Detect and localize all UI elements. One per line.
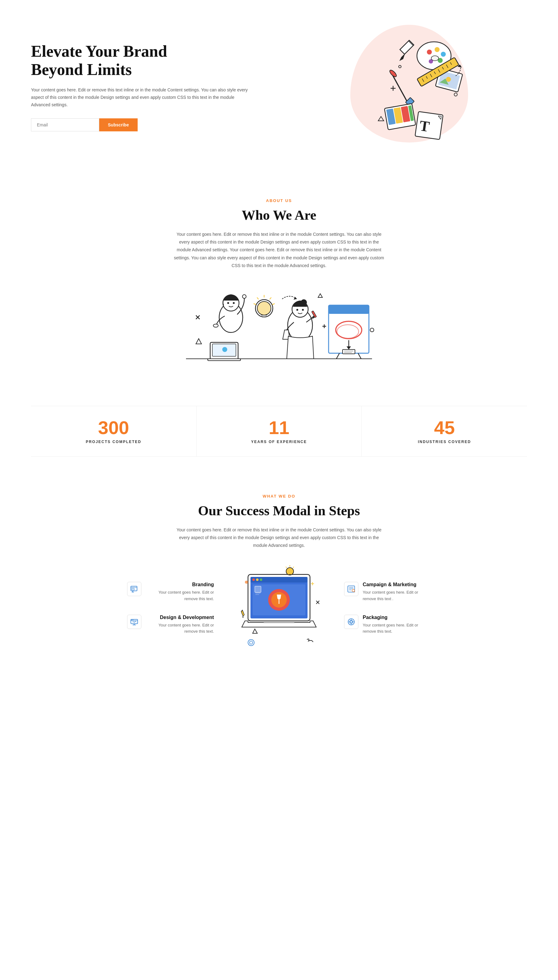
svg-point-116 — [249, 641, 253, 644]
packaging-icon — [347, 618, 355, 626]
service-campaign-name: Campaign & Marketing — [363, 582, 431, 587]
whatwedo-description: Your content goes here. Edit or remove t… — [174, 526, 384, 550]
stat-experience: 11 YEARS OF EXPERIENCE — [197, 406, 362, 456]
design-icon — [130, 618, 138, 626]
stat-label-industries: INDUSTRIES COVERED — [368, 440, 521, 444]
hero-section: Elevate Your Brand Beyond Limits Your co… — [0, 0, 558, 173]
service-design: Design & Development Your content goes h… — [127, 615, 214, 635]
email-input[interactable] — [31, 118, 99, 131]
stat-label-experience: YEARS OF EXPERIENCE — [203, 440, 356, 444]
about-section: ABOUT US Who We Are Your content goes he… — [0, 173, 558, 393]
hero-description: Your content goes here. Edit or remove t… — [31, 87, 254, 108]
team-illustration — [161, 282, 397, 369]
service-design-desc: Your content goes here. Edit or remove t… — [146, 622, 214, 635]
whatwedo-content: Branding Your content goes here. Edit or… — [31, 565, 527, 652]
service-branding-name: Branding — [146, 582, 214, 587]
svg-point-1 — [427, 49, 432, 54]
svg-point-6 — [431, 56, 439, 61]
svg-line-48 — [270, 298, 271, 299]
hero-tools-illustration: T — [338, 25, 468, 149]
service-packaging-text: Packaging Your content goes here. Edit o… — [363, 615, 431, 635]
tools-svg: T — [338, 31, 468, 142]
svg-line-50 — [257, 298, 259, 299]
svg-line-49 — [272, 304, 275, 304]
svg-point-93 — [252, 578, 255, 581]
service-branding-desc: Your content goes here. Edit or remove t… — [146, 589, 214, 602]
services-center-illustration — [233, 565, 325, 652]
team-svg — [171, 282, 387, 363]
packaging-icon-box — [344, 615, 358, 629]
about-label: ABOUT US — [62, 198, 496, 203]
stats-section: 300 PROJECTS COMPLETED 11 YEARS OF EXPER… — [31, 406, 527, 457]
service-design-name: Design & Development — [146, 615, 214, 620]
whatwedo-section: WHAT WE DO Our Success Modal in Steps Yo… — [0, 469, 558, 677]
hero-left: Elevate Your Brand Beyond Limits Your co… — [31, 42, 254, 132]
svg-point-94 — [256, 578, 259, 581]
svg-point-87 — [133, 619, 133, 620]
svg-rect-45 — [208, 359, 241, 361]
stat-label-projects: PROJECTS COMPLETED — [37, 440, 190, 444]
svg-point-40 — [243, 294, 246, 298]
svg-point-39 — [233, 302, 235, 304]
hero-form: Subscribe — [31, 118, 254, 131]
laptop-svg — [236, 565, 322, 652]
campaign-icon — [347, 585, 355, 593]
svg-line-110 — [286, 567, 287, 568]
hero-title-line2: Beyond Limits — [31, 61, 132, 79]
svg-rect-61 — [312, 311, 317, 317]
branding-icon-box — [127, 582, 141, 596]
whatwedo-title: Our Success Modal in Steps — [31, 503, 527, 519]
whatwedo-label: WHAT WE DO — [31, 494, 527, 499]
branding-icon — [130, 585, 138, 593]
svg-point-38 — [227, 302, 229, 304]
campaign-icon-box — [344, 582, 358, 596]
svg-point-86 — [131, 619, 132, 620]
svg-rect-63 — [328, 305, 369, 314]
svg-rect-100 — [255, 586, 261, 592]
svg-point-59 — [296, 309, 298, 311]
stat-number-industries: 45 — [368, 419, 521, 437]
service-campaign-desc: Your content goes here. Edit or remove t… — [363, 589, 431, 602]
service-design-text: Design & Development Your content goes h… — [146, 615, 214, 635]
about-title: Who We Are — [62, 207, 496, 223]
svg-point-95 — [260, 578, 262, 581]
svg-point-115 — [248, 640, 254, 646]
service-packaging-desc: Your content goes here. Edit or remove t… — [363, 622, 431, 635]
services-left: Branding Your content goes here. Edit or… — [127, 582, 214, 635]
svg-rect-92 — [251, 577, 307, 582]
service-branding: Branding Your content goes here. Edit or… — [127, 582, 214, 602]
service-campaign-text: Campaign & Marketing Your content goes h… — [363, 582, 431, 602]
svg-point-60 — [302, 309, 304, 311]
svg-line-109 — [293, 567, 294, 568]
svg-line-51 — [254, 304, 256, 304]
hero-right: T — [279, 25, 527, 149]
hero-title-line1: Elevate Your Brand — [31, 43, 167, 60]
svg-point-3 — [441, 52, 446, 57]
svg-point-107 — [286, 568, 294, 575]
service-branding-text: Branding Your content goes here. Edit or… — [146, 582, 214, 602]
svg-point-33 — [399, 65, 401, 68]
svg-rect-103 — [264, 622, 294, 623]
hero-illustration: T — [338, 25, 468, 149]
hero-title: Elevate Your Brand Beyond Limits — [31, 42, 254, 79]
svg-rect-117 — [348, 586, 354, 592]
svg-point-44 — [222, 347, 227, 352]
svg-rect-81 — [132, 588, 134, 590]
svg-point-104 — [245, 581, 248, 584]
service-packaging: Packaging Your content goes here. Edit o… — [344, 615, 431, 635]
service-packaging-name: Packaging — [363, 615, 431, 620]
service-campaign: Campaign & Marketing Your content goes h… — [344, 582, 431, 602]
svg-point-41 — [213, 324, 218, 327]
svg-point-2 — [435, 47, 440, 52]
svg-line-71 — [336, 353, 340, 359]
services-right: Campaign & Marketing Your content goes h… — [344, 582, 431, 635]
stat-industries: 45 INDUSTRIES COVERED — [362, 406, 527, 456]
stat-number-experience: 11 — [203, 419, 356, 437]
svg-point-77 — [370, 328, 374, 332]
subscribe-button[interactable]: Subscribe — [99, 118, 138, 131]
svg-point-32 — [454, 93, 457, 96]
svg-point-121 — [352, 589, 354, 592]
svg-rect-68 — [343, 350, 355, 354]
stat-number-projects: 300 — [37, 419, 190, 437]
svg-line-72 — [358, 353, 361, 359]
